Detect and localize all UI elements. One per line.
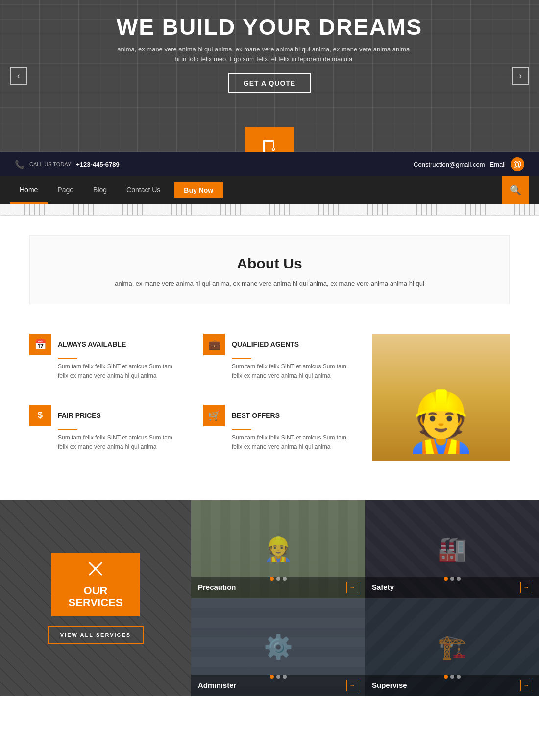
chevron-right-icon: › — [519, 71, 522, 81]
feature-title-3: BEST OFFERS — [232, 412, 280, 419]
feature-desc-0: Sum tam felix felix SINT et amicus Sum t… — [58, 362, 184, 381]
carousel-prev-button[interactable]: ‹ — [10, 67, 27, 85]
feature-always-available: 📅 ALWAYS AVAILABLE Sum tam felix felix S… — [29, 334, 184, 390]
dot-2 — [450, 577, 454, 581]
service-card-2-label: Safety — [372, 583, 394, 591]
email-address: Construction@gmail.com — [414, 161, 485, 168]
svg-rect-1 — [263, 140, 274, 142]
services-box: OURSERVICES — [51, 553, 140, 616]
feature-fair-prices: $ FAIR PRICES Sum tam felix felix SINT e… — [29, 405, 184, 461]
services-left-panel: OURSERVICES VIEW ALL SERVICES — [0, 500, 191, 696]
service-card-supervise[interactable]: 🏗️ Supervise → — [365, 598, 539, 696]
calendar-icon-box: 📅 — [29, 334, 51, 355]
navigation: Home Page Blog Contact Us Buy Now 🔍 — [0, 176, 539, 204]
dot-3 — [283, 577, 287, 581]
service-card-1-link[interactable]: → — [346, 582, 358, 593]
phone-number: +123-445-6789 — [76, 161, 120, 168]
hero-content: WE BUILD YOUR DREAMS anima, ex mane vere… — [117, 15, 422, 93]
about-title: About Us — [59, 255, 480, 272]
services-grid: 👷 Precaution → 🏭 Safety — [191, 500, 539, 696]
svg-point-10 — [94, 567, 97, 570]
service-card-1-label: Precaution — [198, 583, 236, 591]
card-2-dots — [444, 577, 461, 581]
dot-3 — [457, 675, 461, 679]
nav-item-contact[interactable]: Contact Us — [117, 176, 170, 204]
nav-home-label: Home — [20, 186, 38, 194]
svg-rect-2 — [273, 142, 274, 148]
feature-divider-2 — [58, 429, 77, 430]
calendar-icon: 📅 — [34, 339, 47, 350]
worker-image-container — [372, 334, 510, 461]
worker-image — [372, 334, 510, 461]
search-icon: 🔍 — [510, 184, 522, 196]
nav-item-blog[interactable]: Blog — [83, 176, 117, 204]
services-title: OURSERVICES — [69, 585, 123, 609]
cart-icon: 🛒 — [208, 410, 220, 421]
feature-title-0: ALWAYS AVAILABLE — [58, 341, 126, 348]
dollar-icon: $ — [38, 410, 43, 420]
feature-best-offers: 🛒 BEST OFFERS Sum tam felix felix SINT e… — [203, 405, 358, 461]
feature-title-2: FAIR PRICES — [58, 412, 101, 419]
contact-email: Construction@gmail.com Email @ — [414, 157, 524, 171]
get-quote-button[interactable]: GET A QUOTE — [228, 73, 311, 93]
tools-icon — [87, 560, 104, 581]
service-card-4-link[interactable]: → — [520, 680, 532, 691]
service-card-precaution[interactable]: 👷 Precaution → — [191, 500, 365, 598]
worker-silhouette — [372, 334, 510, 461]
search-button[interactable]: 🔍 — [502, 176, 529, 204]
service-card-3-link[interactable]: → — [346, 680, 358, 691]
carousel-next-button[interactable]: › — [512, 67, 529, 85]
phone-icon: 📞 — [15, 160, 24, 169]
dollar-icon-box: $ — [29, 405, 51, 426]
about-description: anima, ex mane vere anima hi qui anima, … — [59, 279, 480, 289]
email-label: Email — [490, 161, 506, 168]
ruler-bar — [0, 204, 539, 216]
feature-divider-0 — [58, 358, 77, 359]
dot-2 — [276, 577, 280, 581]
svg-line-8 — [97, 563, 101, 568]
cart-icon-box: 🛒 — [203, 405, 225, 426]
buy-now-button[interactable]: Buy Now — [174, 182, 223, 198]
nav-item-page[interactable]: Page — [48, 176, 83, 204]
view-all-services-button[interactable]: VIEW ALL SERVICES — [48, 626, 144, 644]
svg-line-9 — [90, 570, 95, 575]
logo-box: CONSTRUCTION — [245, 127, 294, 152]
feature-desc-3: Sum tam felix felix SINT et amicus Sum t… — [232, 433, 358, 452]
briefcase-icon-box: 💼 — [203, 334, 225, 355]
dot-3 — [457, 577, 461, 581]
card-4-dots — [444, 675, 461, 679]
hero-title: WE BUILD YOUR DREAMS — [117, 15, 422, 40]
service-card-3-label: Administer — [198, 681, 236, 689]
svg-rect-0 — [263, 140, 265, 152]
svg-line-6 — [90, 563, 95, 568]
hero-subtitle: anima, ex mane vere anima hi qui anima, … — [117, 45, 411, 65]
contact-phone: 📞 CALL US TODAY +123-445-6789 — [15, 160, 120, 169]
features-grid: 📅 ALWAYS AVAILABLE Sum tam felix felix S… — [29, 334, 358, 461]
dot-2 — [276, 675, 280, 679]
card-1-dots — [270, 577, 287, 581]
feature-qualified-agents: 💼 QUALIFIED AGENTS Sum tam felix felix S… — [203, 334, 358, 390]
top-bar: 📞 CALL US TODAY +123-445-6789 Constructi… — [0, 152, 539, 176]
chevron-left-icon: ‹ — [17, 71, 20, 81]
feature-desc-1: Sum tam felix felix SINT et amicus Sum t… — [232, 362, 358, 381]
dot-3 — [283, 675, 287, 679]
dot-1 — [270, 577, 274, 581]
service-card-safety[interactable]: 🏭 Safety → — [365, 500, 539, 598]
nav-contact-label: Contact Us — [126, 186, 160, 194]
service-card-4-label: Supervise — [372, 681, 407, 689]
features-section: 📅 ALWAYS AVAILABLE Sum tam felix felix S… — [0, 314, 539, 481]
service-card-2-link[interactable]: → — [520, 582, 532, 593]
card-3-dots — [270, 675, 287, 679]
feature-desc-2: Sum tam felix felix SINT et amicus Sum t… — [58, 433, 184, 452]
nav-item-home[interactable]: Home — [10, 176, 48, 204]
service-card-administer[interactable]: ⚙️ Administer → — [191, 598, 365, 696]
dot-1 — [270, 675, 274, 679]
dot-1 — [444, 675, 448, 679]
svg-line-7 — [97, 570, 101, 575]
construction-icon — [259, 136, 280, 152]
about-section: About Us anima, ex mane vere anima hi qu… — [29, 235, 510, 304]
feature-divider-1 — [232, 358, 251, 359]
nav-blog-label: Blog — [93, 186, 107, 194]
call-label: CALL US TODAY — [29, 161, 71, 167]
email-icon: @ — [511, 157, 524, 171]
